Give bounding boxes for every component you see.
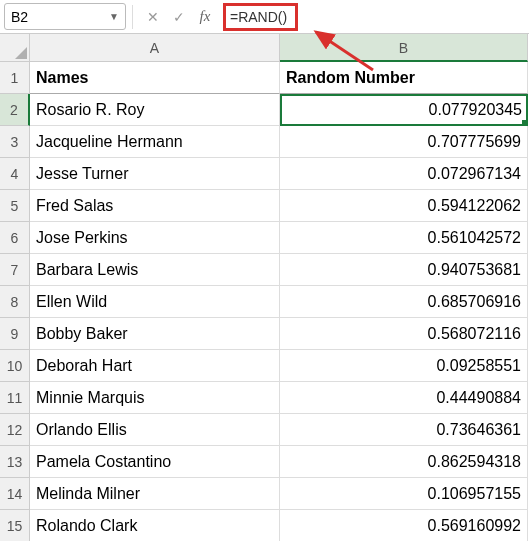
cell-name[interactable]: Jesse Turner <box>30 158 280 190</box>
select-all-corner[interactable] <box>0 34 30 62</box>
formula-bar-icons: ✕ ✓ fx <box>139 6 219 28</box>
cell-value[interactable]: 0.569160992 <box>280 510 528 541</box>
row-header[interactable]: 2 <box>0 94 30 126</box>
cell-a1[interactable]: Names <box>30 62 280 94</box>
cell-value[interactable]: 0.106957155 <box>280 478 528 510</box>
cell-name[interactable]: Rolando Clark <box>30 510 280 541</box>
cell-name[interactable]: Pamela Costantino <box>30 446 280 478</box>
cell-name[interactable]: Jacqueline Hermann <box>30 126 280 158</box>
cell-name[interactable]: Bobby Baker <box>30 318 280 350</box>
cell-value[interactable]: 0.862594318 <box>280 446 528 478</box>
formula-bar: B2 ▼ ✕ ✓ fx =RAND() <box>0 0 529 34</box>
row-header[interactable]: 1 <box>0 62 30 94</box>
cell-value[interactable]: 0.561042572 <box>280 222 528 254</box>
cell-name[interactable]: Melinda Milner <box>30 478 280 510</box>
cell-value[interactable]: 0.707775699 <box>280 126 528 158</box>
spreadsheet-grid[interactable]: A B 1 Names Random Number 2 Rosario R. R… <box>0 34 529 541</box>
row-header[interactable]: 7 <box>0 254 30 286</box>
cell-name[interactable]: Fred Salas <box>30 190 280 222</box>
cell-value[interactable]: 0.685706916 <box>280 286 528 318</box>
row-header[interactable]: 13 <box>0 446 30 478</box>
cell-b2-selected[interactable]: 0.077920345 <box>280 94 528 126</box>
cell-name[interactable]: Rosario R. Roy <box>30 94 280 126</box>
row-header[interactable]: 6 <box>0 222 30 254</box>
fx-icon[interactable]: fx <box>195 6 215 28</box>
row-header[interactable]: 11 <box>0 382 30 414</box>
row-header[interactable]: 4 <box>0 158 30 190</box>
cell-b1[interactable]: Random Number <box>280 62 528 94</box>
row-header[interactable]: 5 <box>0 190 30 222</box>
row-header[interactable]: 15 <box>0 510 30 541</box>
cell-name[interactable]: Barbara Lewis <box>30 254 280 286</box>
row-header[interactable]: 9 <box>0 318 30 350</box>
cell-name[interactable]: Jose Perkins <box>30 222 280 254</box>
cell-value[interactable]: 0.09258551 <box>280 350 528 382</box>
formula-input[interactable]: =RAND() <box>223 3 298 31</box>
name-box[interactable]: B2 ▼ <box>4 3 126 30</box>
row-header[interactable]: 12 <box>0 414 30 446</box>
column-header-a[interactable]: A <box>30 34 280 62</box>
row-header[interactable]: 8 <box>0 286 30 318</box>
cell-name[interactable]: Orlando Ellis <box>30 414 280 446</box>
cell-name[interactable]: Deborah Hart <box>30 350 280 382</box>
column-header-b[interactable]: B <box>280 34 528 62</box>
cell-value[interactable]: 0.940753681 <box>280 254 528 286</box>
cell-value[interactable]: 0.44490884 <box>280 382 528 414</box>
cell-name[interactable]: Minnie Marquis <box>30 382 280 414</box>
cell-value[interactable]: 0.568072116 <box>280 318 528 350</box>
formula-text: =RAND() <box>230 9 287 25</box>
cancel-icon[interactable]: ✕ <box>143 6 163 28</box>
cell-name[interactable]: Ellen Wild <box>30 286 280 318</box>
row-header[interactable]: 10 <box>0 350 30 382</box>
chevron-down-icon[interactable]: ▼ <box>109 11 119 22</box>
check-icon[interactable]: ✓ <box>169 6 189 28</box>
cell-value[interactable]: 0.73646361 <box>280 414 528 446</box>
cell-value[interactable]: 0.594122062 <box>280 190 528 222</box>
row-header[interactable]: 14 <box>0 478 30 510</box>
divider <box>132 5 133 29</box>
row-header[interactable]: 3 <box>0 126 30 158</box>
name-box-text: B2 <box>11 9 28 25</box>
cell-value[interactable]: 0.072967134 <box>280 158 528 190</box>
